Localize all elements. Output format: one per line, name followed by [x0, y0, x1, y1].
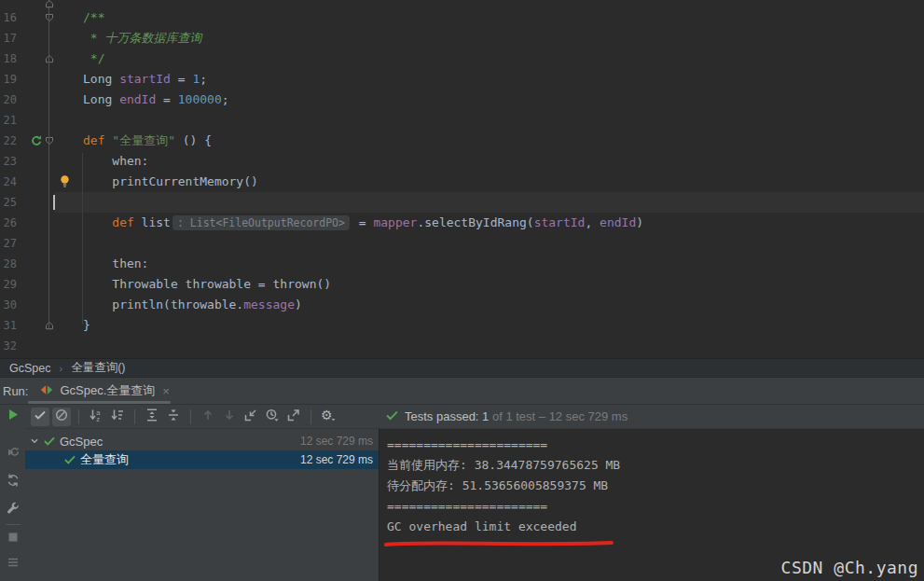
- loop-icon: [6, 473, 21, 491]
- arrow-down-icon: [222, 408, 237, 426]
- export-test-results-button[interactable]: [284, 408, 303, 426]
- test-results-tree[interactable]: GcSpec12 sec 729 ms全量查询12 sec 729 ms: [25, 429, 379, 581]
- code-segment: "全量查询": [112, 133, 175, 147]
- line-number: 20: [0, 90, 28, 110]
- test-runner-toolbar: az⚙ Tests passed: 1 of 1 test – 12 sec 7…: [25, 405, 924, 429]
- next-failed-test-button[interactable]: [220, 408, 239, 426]
- chevron-down-icon[interactable]: [28, 435, 41, 448]
- line-number: 16: [0, 7, 28, 28]
- code-segment: println(throwable.: [83, 297, 243, 311]
- options-button[interactable]: ⚙: [319, 408, 338, 426]
- code-text: [54, 110, 924, 131]
- editor-line-31[interactable]: 31}: [0, 315, 924, 336]
- code-segment: ): [295, 297, 302, 311]
- expand-all-icon: [145, 408, 159, 426]
- editor-line-21[interactable]: 21: [0, 110, 924, 131]
- test-runner-settings-button[interactable]: [4, 501, 22, 519]
- editor-line-18[interactable]: 18 */: [0, 48, 924, 69]
- editor-line-24[interactable]: 24 printCurrentMemory(): [0, 172, 924, 192]
- editor-line-30[interactable]: 30 println(throwable.message): [0, 295, 924, 315]
- console-output[interactable]: ======================当前使用内存: 38.3447875…: [379, 429, 924, 581]
- ide-window: 16/**17 * 十万条数据库查询18 */19Long startId = …: [0, 0, 924, 581]
- code-editor[interactable]: 16/**17 * 十万条数据库查询18 */19Long startId = …: [0, 0, 924, 358]
- editor-line-20[interactable]: 20Long endId = 100000;: [0, 90, 924, 110]
- previous-failed-test-button[interactable]: [199, 408, 217, 426]
- svg-text:⚙: ⚙: [321, 408, 333, 422]
- fold-marker-icon[interactable]: [45, 48, 54, 69]
- red-annotation-underline: [383, 534, 614, 555]
- fold-column: [45, 172, 54, 192]
- editor-line-26[interactable]: 26 def list: List<FileOutputRecordPO> = …: [0, 213, 924, 233]
- code-segment: ): [636, 215, 643, 229]
- dump-threads-button[interactable]: [4, 555, 22, 574]
- run-test-icon[interactable]: [28, 131, 45, 151]
- fold-column: [45, 233, 54, 254]
- fold-column: [45, 90, 54, 110]
- line-number: 17: [0, 28, 28, 48]
- fold-marker-partial: [45, 0, 54, 12]
- editor-line-27[interactable]: 27: [0, 233, 924, 254]
- breadcrumb-item-class[interactable]: GcSpec: [9, 362, 50, 375]
- indent-guide: [82, 153, 83, 325]
- line-number: 27: [0, 233, 28, 254]
- code-segment: list: [134, 215, 171, 229]
- arrow-up-icon: [200, 408, 215, 426]
- fold-marker-icon[interactable]: [45, 131, 54, 151]
- test-duration: 12 sec 729 ms: [300, 435, 379, 448]
- run-toolwindow-header: Run: GcSpec.全量查询 ×: [0, 378, 924, 405]
- stripe-separator: [6, 524, 21, 525]
- expand-all-button[interactable]: [143, 408, 161, 426]
- console-line: 当前使用内存: 38.34478759765625 MB: [387, 455, 924, 476]
- test-name: 全量查询: [80, 451, 129, 468]
- code-segment: * 十万条数据库查询: [83, 31, 201, 45]
- gutter-icon-area: [28, 336, 45, 356]
- fold-column: [45, 69, 54, 90]
- fold-marker-icon[interactable]: [45, 315, 54, 336]
- editor-line-25[interactable]: 25: [0, 192, 924, 213]
- collapse-all-button[interactable]: [164, 408, 183, 426]
- editor-line-22[interactable]: 22def "全量查询" () {: [0, 131, 924, 151]
- editor-line-29[interactable]: 29 Throwable throwable = thrown(): [0, 274, 924, 295]
- gear-icon: ⚙: [321, 407, 337, 426]
- rerun-button[interactable]: [4, 407, 22, 425]
- show-passed-button[interactable]: [31, 408, 49, 426]
- test-run-config-icon: [39, 382, 54, 400]
- line-number: 28: [0, 254, 28, 274]
- sort-alpha-icon: az: [89, 408, 103, 426]
- sort-list-icon: [110, 408, 125, 426]
- line-number: 19: [0, 69, 28, 90]
- code-segment: ,: [585, 215, 600, 229]
- editor-line-28[interactable]: 28 then:: [0, 254, 924, 274]
- editor-line-16[interactable]: 16/**: [0, 7, 924, 28]
- rerun-failed-tests-button[interactable]: [4, 445, 22, 463]
- close-icon[interactable]: ×: [162, 384, 170, 398]
- editor-line-32[interactable]: 32: [0, 336, 924, 356]
- run-tab[interactable]: GcSpec.全量查询 ×: [34, 378, 176, 404]
- test-tree-row[interactable]: 全量查询12 sec 729 ms: [25, 450, 379, 469]
- stop-button[interactable]: [4, 530, 22, 548]
- chevron-right-icon: ›: [59, 363, 62, 374]
- editor-line-23[interactable]: 23 when:: [0, 151, 924, 172]
- toggle-auto-test-button[interactable]: [4, 473, 22, 491]
- test-history-button[interactable]: [263, 408, 282, 426]
- show-ignored-button[interactable]: [52, 408, 71, 426]
- line-number: 22: [0, 131, 28, 151]
- code-segment: =: [156, 92, 177, 106]
- breadcrumb-item-method[interactable]: 全量查询(): [71, 360, 125, 376]
- console-line: ======================: [387, 496, 924, 517]
- fold-column: [45, 254, 54, 274]
- code-segment: /**: [83, 10, 104, 24]
- import-test-results-button[interactable]: [241, 408, 260, 426]
- editor-line-19[interactable]: 19Long startId = 1;: [0, 69, 924, 90]
- run-tab-title: GcSpec.全量查询: [60, 382, 155, 399]
- code-segment: printCurrentMemory(): [83, 174, 258, 188]
- code-text: Long startId = 1;: [54, 69, 924, 90]
- gutter-icon-area: [28, 274, 45, 295]
- test-tree-row[interactable]: GcSpec12 sec 729 ms: [25, 432, 379, 450]
- line-number: 23: [0, 151, 28, 172]
- sort-alphabetically-button[interactable]: az: [87, 408, 105, 426]
- gutter-icon-area: [28, 233, 45, 254]
- sort-by-duration-button[interactable]: [108, 408, 127, 426]
- fold-column: [45, 28, 54, 48]
- editor-line-17[interactable]: 17 * 十万条数据库查询: [0, 28, 924, 48]
